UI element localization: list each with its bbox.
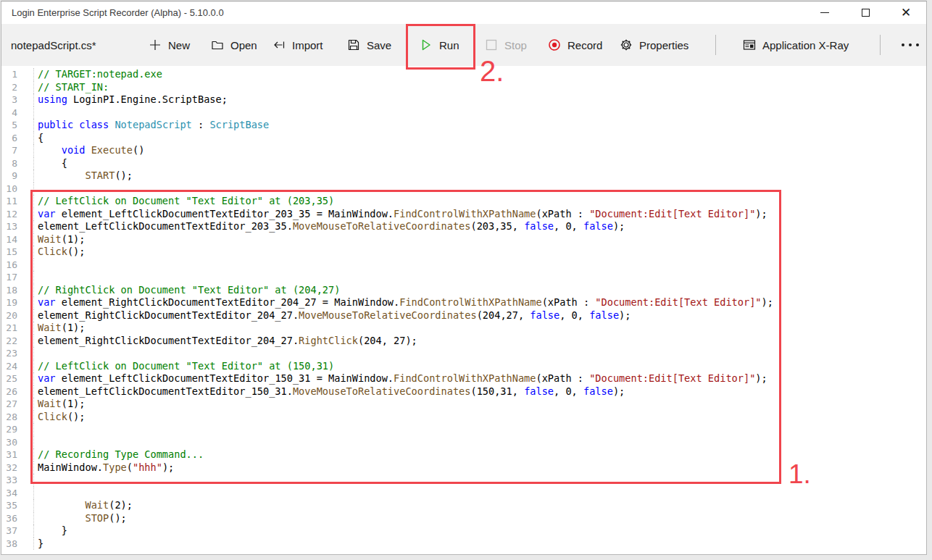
code-line[interactable]: 20element_RightClickDocumentTextEditor_2…: [1, 309, 926, 322]
maximize-icon: [862, 9, 870, 17]
code-line[interactable]: 34: [1, 487, 926, 500]
line-number: 6: [1, 132, 17, 145]
code-line[interactable]: 21Wait(1);: [1, 322, 926, 335]
code-line[interactable]: 30: [1, 436, 926, 449]
code-text: [33, 474, 38, 487]
code-text: // TARGET:notepad.exe: [33, 68, 162, 81]
code-text: [33, 423, 38, 436]
code-text: var element_LeftClickDocumentTextEditor_…: [33, 208, 767, 221]
code-text: [33, 271, 38, 284]
line-number: 11: [1, 195, 17, 208]
code-text: Wait(1);: [33, 233, 86, 246]
code-line[interactable]: 3using LoginPI.Engine.ScriptBase;: [1, 93, 926, 106]
code-line[interactable]: 31// Recording Type Command...: [1, 448, 926, 461]
line-number: 32: [1, 461, 17, 475]
code-line[interactable]: 16: [1, 259, 926, 272]
code-line[interactable]: 10: [1, 183, 926, 196]
import-button[interactable]: Import: [272, 24, 323, 66]
code-text: element_RightClickDocumentTextEditor_204…: [33, 335, 417, 348]
code-line[interactable]: 36 STOP();: [1, 512, 926, 525]
line-number: 9: [1, 170, 17, 183]
code-line[interactable]: 14Wait(1);: [1, 233, 926, 246]
code-line[interactable]: 28Click();: [1, 411, 926, 424]
record-dot-icon: [548, 38, 561, 51]
save-button[interactable]: Save: [347, 24, 391, 66]
screen: Login Enterprise Script Recorder (Alpha)…: [0, 0, 932, 560]
code-text: STOP();: [33, 512, 127, 525]
record-button[interactable]: Record: [548, 24, 602, 66]
code-line[interactable]: 24// LeftClick on Document "Text Editor"…: [1, 360, 926, 373]
code-line[interactable]: 29: [1, 423, 926, 436]
code-line[interactable]: 6{: [1, 132, 926, 145]
maximize-button[interactable]: [845, 1, 886, 24]
code-line[interactable]: 35 Wait(2);: [1, 499, 926, 512]
code-line[interactable]: 37 }: [1, 525, 926, 538]
code-line[interactable]: 9 START();: [1, 170, 926, 183]
code-line[interactable]: 8 {: [1, 157, 926, 170]
code-line[interactable]: 2// START_IN:: [1, 81, 926, 94]
record-button-label: Record: [567, 39, 602, 51]
script-editor[interactable]: 1// TARGET:notepad.exe2// START_IN:3usin…: [1, 66, 926, 554]
line-number: 15: [1, 246, 17, 259]
properties-button[interactable]: Properties: [620, 24, 688, 66]
app-window: Login Enterprise Script Recorder (Alpha)…: [1, 1, 927, 555]
code-line[interactable]: 26element_LeftClickDocumentTextEditor_15…: [1, 385, 926, 398]
code-line[interactable]: 18// RightClick on Document "Text Editor…: [1, 284, 926, 297]
code-line[interactable]: 25var element_LeftClickDocumentTextEdito…: [1, 372, 926, 385]
close-button[interactable]: ✕: [886, 1, 926, 24]
code-text: // Recording Type Command...: [33, 448, 204, 461]
line-number: 4: [1, 106, 17, 120]
code-line[interactable]: 19var element_RightClickDocumentTextEdit…: [1, 296, 926, 309]
code-text: [33, 347, 38, 360]
ellipsis-icon: [902, 43, 919, 46]
code-line[interactable]: 33: [1, 474, 926, 487]
title-bar: Login Enterprise Script Recorder (Alpha)…: [1, 1, 926, 24]
code-line[interactable]: 11// LeftClick on Document "Text Editor"…: [1, 195, 926, 208]
code-text: element_LeftClickDocumentTextEditor_150_…: [33, 385, 625, 398]
line-number: 34: [1, 487, 17, 500]
code-line[interactable]: 13element_LeftClickDocumentTextEditor_20…: [1, 220, 926, 233]
stop-button[interactable]: Stop: [485, 24, 527, 66]
line-number: 10: [1, 183, 17, 196]
code-line[interactable]: 4: [1, 106, 926, 120]
line-number: 30: [1, 436, 17, 449]
minimize-button[interactable]: [804, 1, 845, 24]
line-number: 21: [1, 322, 17, 335]
plus-icon: [149, 38, 162, 51]
code-line[interactable]: 15Click();: [1, 246, 926, 259]
app-xray-window-icon: [743, 38, 756, 51]
line-number: 38: [1, 538, 17, 551]
code-line[interactable]: 5public class NotepadScript : ScriptBase: [1, 119, 926, 132]
open-button-label: Open: [230, 39, 257, 51]
code-line[interactable]: 22element_RightClickDocumentTextEditor_2…: [1, 335, 926, 348]
new-button[interactable]: New: [149, 24, 190, 66]
code-text: Wait(2);: [33, 499, 133, 512]
tab-notepadscript[interactable]: notepadScript.cs*: [11, 24, 96, 66]
play-run-icon: [420, 38, 433, 51]
line-number: 14: [1, 233, 17, 246]
line-number: 12: [1, 208, 17, 221]
code-line[interactable]: 17: [1, 271, 926, 284]
code-line[interactable]: 38}: [1, 538, 926, 551]
application-xray-button[interactable]: Application X-Ray: [743, 24, 849, 66]
code-line[interactable]: 1// TARGET:notepad.exe: [1, 68, 926, 81]
code-text: {: [33, 157, 67, 170]
more-button[interactable]: [902, 24, 919, 66]
open-button[interactable]: Open: [211, 24, 257, 66]
code-text: }: [33, 538, 43, 551]
code-line[interactable]: 7 void Execute(): [1, 144, 926, 157]
line-number: 25: [1, 372, 17, 385]
toolbar-separator: [406, 35, 407, 55]
application-xray-label: Application X-Ray: [762, 39, 849, 51]
line-number: 17: [1, 271, 17, 284]
code-line[interactable]: 27Wait(1);: [1, 398, 926, 411]
line-number: 36: [1, 512, 17, 525]
run-button[interactable]: Run: [420, 24, 459, 66]
stop-square-icon: [485, 38, 498, 51]
code-line[interactable]: 32MainWindow.Type("hhh");: [1, 461, 926, 475]
code-line[interactable]: 23: [1, 347, 926, 360]
line-number: 35: [1, 499, 17, 512]
toolbar-separator: [715, 35, 716, 55]
line-number: 7: [1, 144, 17, 157]
code-line[interactable]: 12var element_LeftClickDocumentTextEdito…: [1, 208, 926, 221]
